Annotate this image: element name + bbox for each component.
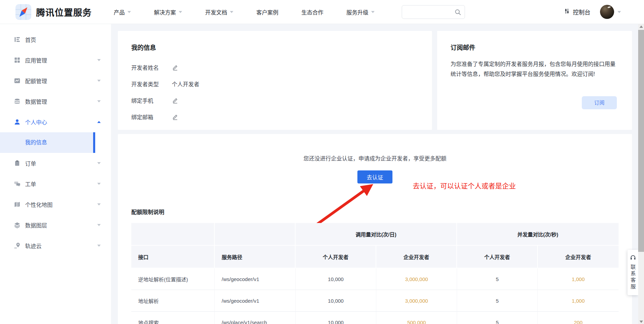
main-content: 我的信息 开发者姓名 开发者类型 个人 [111, 24, 644, 324]
subscribe-button[interactable]: 订阅 [582, 96, 617, 109]
sidebar-item-tickets[interactable]: 工单 [0, 174, 111, 194]
enterprise-daily-cell: 3,000,000 [376, 290, 457, 312]
sidebar-item-app-management[interactable]: 应用管理 [0, 50, 111, 70]
sidebar-item-data-layers[interactable]: 数据图层 [0, 215, 111, 235]
enterprise-qps-cell: 200 [538, 312, 619, 324]
quota-table: 调用量对比(次/日) 并发量对比(次/秒) 接口 服务路径 个人开发者 企业开发… [131, 223, 619, 324]
map-icon [14, 201, 21, 208]
sidebar-item-data-management[interactable]: 数据管理 [0, 91, 111, 112]
api-cell: 地点搜索 [131, 312, 215, 324]
nav-item-products[interactable]: 产品 [114, 8, 131, 16]
personal-qps-cell: 5 [457, 312, 538, 324]
my-info-title: 我的信息 [131, 43, 432, 52]
edit-pencil-icon[interactable] [172, 114, 178, 120]
database-icon [14, 98, 21, 105]
empty-header-cell [215, 223, 296, 246]
edit-pencil-icon[interactable] [172, 64, 178, 71]
developer-type-row: 开发者类型 个人开发者 [131, 76, 432, 92]
scrollbar-thumb[interactable] [638, 30, 644, 252]
sidebar-item-label: 个人中心 [25, 118, 47, 126]
my-info-card: 我的信息 开发者姓名 开发者类型 个人 [118, 31, 432, 130]
vertical-scrollbar[interactable] [638, 24, 644, 324]
red-annotation-text: 去认证，可以认证个人或者是企业 [413, 181, 516, 191]
personal-daily-cell: 10,000 [296, 268, 376, 290]
chevron-down-icon [97, 183, 101, 185]
subscribe-title: 订阅邮件 [451, 43, 619, 52]
chevron-down-icon [97, 203, 101, 205]
bind-phone-label: 绑定手机 [131, 96, 172, 104]
col-header-personal-qps: 个人开发者 [457, 246, 538, 268]
avatar-chevron-down-icon[interactable] [618, 11, 621, 13]
certification-quota-card: 您还没进行企业认证，申请成为企业开发者，享受更多配额 去认证 去认证，可以认证个… [118, 134, 632, 324]
chevron-down-icon [97, 59, 101, 61]
nav-item-docs[interactable]: 开发文档 [205, 8, 233, 16]
sliders-icon [564, 8, 570, 16]
personal-qps-cell: 5 [457, 290, 538, 312]
top-navbar: 腾讯位置服务 产品 解决方案 开发文档 客户案例 生态合作 服务升级 [0, 0, 644, 24]
path-cell: /ws/geocoder/v1 [215, 290, 296, 312]
scrollbar-up-arrow-icon[interactable] [640, 25, 643, 28]
layers-icon [14, 222, 21, 228]
daily-calls-group-header: 调用量对比(次/日) [296, 223, 457, 246]
sidebar-item-quota-management[interactable]: 配额管理 [0, 70, 111, 91]
personal-qps-cell: 5 [457, 268, 538, 290]
brand-title: 腾讯位置服务 [36, 5, 92, 18]
go-certify-button[interactable]: 去认证 [357, 170, 392, 183]
sidebar-subitem-my-info[interactable]: 我的信息 [0, 132, 95, 153]
sidebar: 首页 应用管理 配额管理 [0, 24, 111, 324]
table-row: 地点搜索 /ws/place/v1/search 10,000 500,000 … [131, 312, 619, 324]
quota-section-title: 配额限制说明 [131, 208, 164, 216]
scrollbar-down-arrow-icon[interactable] [640, 321, 643, 323]
quota-column-header-row: 接口 服务路径 个人开发者 企业开发者 个人开发者 企业开发者 [131, 246, 619, 268]
path-cell: /ws/place/v1/search [215, 312, 296, 324]
col-header-enterprise-daily: 企业开发者 [376, 246, 457, 268]
sidebar-item-label: 个性化地图 [25, 200, 53, 209]
contact-support-label: 联系客服 [629, 264, 636, 290]
developer-type-value: 个人开发者 [172, 80, 199, 88]
sidebar-item-label: 轨迹云 [25, 242, 42, 250]
subscribe-description: 为您准备了专属定制的开发者服务月报，包含您每月使用的接口用量统计等信息，帮助您及… [451, 59, 616, 79]
sidebar-item-orders[interactable]: 订单 [0, 153, 111, 174]
search-box [402, 5, 465, 19]
col-header-api: 接口 [131, 246, 215, 268]
sidebar-item-label: 工单 [25, 180, 36, 188]
chevron-down-icon [127, 11, 131, 13]
console-link[interactable]: 控制台 [564, 8, 590, 16]
brand-compass-logo-icon [15, 4, 31, 20]
sidebar-item-home[interactable]: 首页 [0, 29, 111, 50]
subscribe-mail-card: 订阅邮件 为您准备了专属定制的开发者服务月报，包含您每月使用的接口用量统计等信息… [437, 31, 632, 130]
nav-item-cases[interactable]: 客户案例 [256, 8, 278, 16]
sidebar-item-label: 应用管理 [25, 56, 47, 64]
chevron-up-icon [97, 121, 101, 123]
enterprise-daily-cell: 3,000,000 [376, 268, 457, 290]
nav-item-ecosystem[interactable]: 生态合作 [301, 8, 323, 16]
nav-item-solutions[interactable]: 解决方案 [154, 8, 182, 16]
certification-notice: 您还没进行企业认证，申请成为企业开发者，享受更多配额 [118, 154, 632, 162]
col-header-enterprise-qps: 企业开发者 [538, 246, 619, 268]
contact-support-tab[interactable]: 联系客服 [628, 250, 638, 295]
empty-header-cell [131, 223, 215, 246]
quota-group-header-row: 调用量对比(次/日) 并发量对比(次/秒) [131, 223, 619, 246]
nav-item-upgrade[interactable]: 服务升级 [346, 8, 375, 16]
grid-icon [14, 57, 21, 64]
personal-daily-cell: 10,000 [296, 312, 376, 324]
home-list-icon [14, 36, 21, 43]
api-cell: 地址解析 [131, 290, 215, 312]
user-icon [14, 119, 21, 125]
table-row: 地址解析 /ws/geocoder/v1 10,000 3,000,000 5 … [131, 290, 619, 312]
enterprise-daily-cell: 500,000 [376, 312, 457, 324]
edit-pencil-icon[interactable] [172, 97, 178, 104]
developer-name-label: 开发者姓名 [131, 63, 172, 71]
console-label: 控制台 [573, 8, 590, 16]
sidebar-item-personal-center[interactable]: 个人中心 [0, 112, 111, 132]
headset-icon [630, 254, 636, 262]
chevron-down-icon [97, 100, 101, 102]
search-icon[interactable] [454, 9, 462, 17]
chevron-down-icon [97, 245, 101, 247]
path-cell: /ws/geocoder/v1 [215, 268, 296, 290]
location-pin-icon [14, 242, 21, 249]
sidebar-item-custom-map[interactable]: 个性化地图 [0, 194, 111, 215]
sidebar-item-label: 配额管理 [25, 77, 47, 85]
user-avatar[interactable] [600, 5, 614, 19]
sidebar-item-track-cloud[interactable]: 轨迹云 [0, 235, 111, 256]
